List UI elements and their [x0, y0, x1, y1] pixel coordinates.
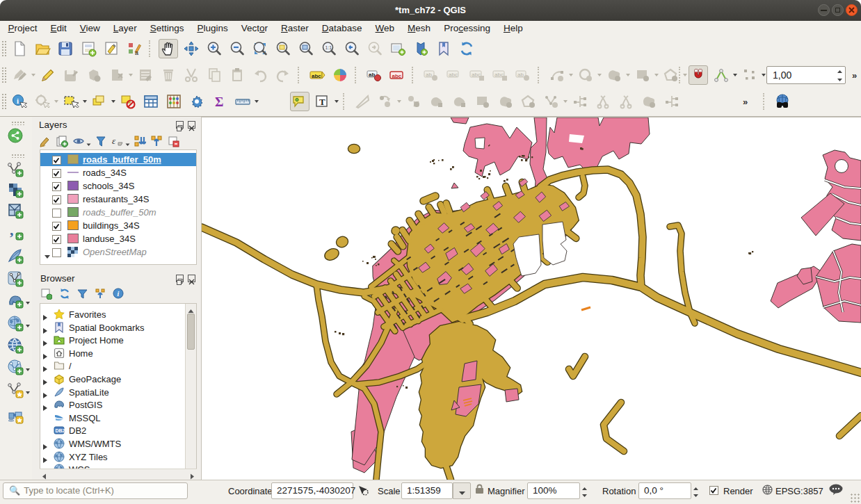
svg-text:Σ: Σ	[215, 95, 223, 109]
svg-text:ab: ab	[369, 72, 375, 78]
svg-text:1:1: 1:1	[325, 45, 332, 50]
svg-text:abc: abc	[472, 72, 481, 78]
svg-text:i: i	[17, 97, 19, 105]
svg-text:T: T	[319, 97, 325, 107]
svg-text:ε: ε	[112, 136, 116, 146]
svg-text:»: »	[852, 70, 857, 81]
svg-text:DB2: DB2	[56, 428, 65, 433]
svg-text:ab: ab	[517, 72, 524, 78]
svg-text:»: »	[743, 97, 748, 107]
svg-text:ab: ab	[426, 72, 432, 78]
svg-text:i: i	[118, 290, 120, 298]
svg-text:,: ,	[10, 224, 14, 238]
svg-text:abc: abc	[312, 73, 321, 79]
svg-text:abc: abc	[494, 72, 504, 78]
svg-text:a: a	[135, 49, 138, 56]
svg-text:abc: abc	[449, 72, 458, 78]
svg-text:abc: abc	[392, 73, 401, 79]
